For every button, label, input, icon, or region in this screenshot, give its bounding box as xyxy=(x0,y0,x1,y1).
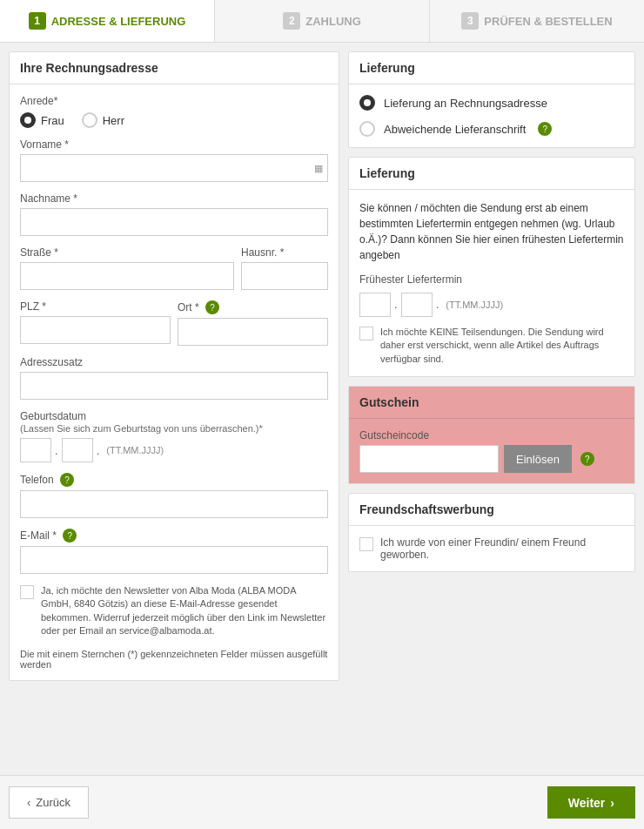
adresszusatz-group: Adresszusatz xyxy=(20,356,328,400)
vorname-input[interactable] xyxy=(20,154,328,182)
ort-input[interactable] xyxy=(178,318,328,346)
strasse-group: Straße * xyxy=(20,246,234,290)
newsletter-checkbox[interactable] xyxy=(20,585,34,599)
telefon-group: Telefon ? xyxy=(20,473,328,518)
billing-title: Ihre Rechnungsadresse xyxy=(10,52,339,84)
geburtsdatum-input-row: . . (TT.MM.JJJJ) xyxy=(20,438,328,462)
step-label-3: PRÜFEN & BESTELLEN xyxy=(484,15,612,28)
vorname-label: Vorname * xyxy=(20,138,328,151)
gutschein-help-icon[interactable]: ? xyxy=(580,452,594,466)
delivery-info-panel: Lieferung Sie können / möchten die Sendu… xyxy=(348,157,635,377)
strasse-row: Straße * Hausnr. * xyxy=(20,246,328,300)
ort-help-icon[interactable]: ? xyxy=(205,300,219,314)
back-chevron-icon: ‹ xyxy=(27,796,30,809)
delivery-radio-1[interactable] xyxy=(359,95,375,111)
freundschaft-checkbox[interactable] xyxy=(359,537,373,551)
nachname-group: Nachname * xyxy=(20,192,328,236)
billing-panel: Ihre Rechnungsadresse Anrede* Frau xyxy=(9,51,339,681)
ort-label: Ort * ? xyxy=(178,300,328,314)
radio-circle-herr[interactable] xyxy=(82,112,97,128)
delivery-info-title: Lieferung xyxy=(349,158,634,190)
gutschein-inner: Gutscheincode Einlösen ? xyxy=(359,429,594,473)
left-column: Ihre Rechnungsadresse Anrede* Frau xyxy=(9,51,339,766)
step-adresse[interactable]: 1 ADRESSE & LIEFERUNG xyxy=(0,0,215,42)
plz-label: PLZ * xyxy=(20,300,171,313)
date-sep-1: . xyxy=(55,444,58,457)
hausnr-group: Hausnr. * xyxy=(241,246,328,290)
email-group: E-Mail * ? xyxy=(20,529,328,574)
checkout-steps: 1 ADRESSE & LIEFERUNG 2 ZAHLUNG 3 PRÜFEN… xyxy=(0,0,644,43)
gutschein-body: Gutscheincode Einlösen ? xyxy=(349,419,634,483)
email-help-icon[interactable]: ? xyxy=(63,529,77,543)
adresszusatz-input[interactable] xyxy=(20,372,328,400)
termin-sep-2: . xyxy=(436,296,439,313)
back-label: Zurück xyxy=(36,796,70,809)
delivery-info-body: Sie können / möchten die Sendung erst ab… xyxy=(349,190,634,376)
no-partial-label: Ich möchte KEINE Teilsendungen. Die Send… xyxy=(380,326,624,366)
next-chevron-icon: › xyxy=(610,796,614,810)
freundschaft-panel: Freundschaftswerbung Ich wurde von einer… xyxy=(348,493,635,572)
main-content: Ihre Rechnungsadresse Anrede* Frau xyxy=(0,43,644,775)
email-label: E-Mail * ? xyxy=(20,529,328,543)
strasse-input[interactable] xyxy=(20,262,234,290)
nachname-input[interactable] xyxy=(20,208,328,236)
no-partial-checkbox[interactable] xyxy=(359,327,373,340)
delivery-info-description: Sie können / möchten die Sendung erst ab… xyxy=(359,200,624,263)
step-pruefen[interactable]: 3 PRÜFEN & BESTELLEN xyxy=(430,0,644,42)
radio-frau[interactable]: Frau xyxy=(20,112,64,128)
geburtsdatum-hint: (TT.MM.JJJJ) xyxy=(106,445,164,455)
radio-label-herr: Herr xyxy=(103,114,124,127)
newsletter-label: Ja, ich möchte den Newsletter von Alba M… xyxy=(41,584,328,638)
gutschein-code-input[interactable] xyxy=(359,445,499,473)
back-button[interactable]: ‹ Zurück xyxy=(9,786,89,819)
ort-group: Ort * ? xyxy=(178,300,328,346)
date-sep-2: . xyxy=(97,444,100,457)
delivery-radio-2[interactable] xyxy=(359,121,375,137)
plz-group: PLZ * xyxy=(20,300,171,346)
right-column: Lieferung Lieferung an Rechnungsadresse … xyxy=(348,51,635,766)
radio-herr[interactable]: Herr xyxy=(82,112,124,128)
gutschein-title: Gutschein xyxy=(349,387,634,419)
plz-input[interactable] xyxy=(20,316,171,344)
delivery-options-panel: Lieferung Lieferung an Rechnungsadresse … xyxy=(348,51,635,148)
step-zahlung[interactable]: 2 ZAHLUNG xyxy=(215,0,430,42)
freundschaft-body: Ich wurde von einer Freundin/ einem Freu… xyxy=(349,526,634,571)
geburts-month-input[interactable] xyxy=(62,438,93,462)
freundschaft-title: Freundschaftswerbung xyxy=(349,494,634,526)
hausnr-input[interactable] xyxy=(241,262,328,290)
telefon-help-icon[interactable]: ? xyxy=(60,473,74,487)
next-label: Weiter xyxy=(568,796,606,810)
termin-day-input[interactable] xyxy=(359,293,391,317)
step-label-1: ADRESSE & LIEFERUNG xyxy=(51,15,186,28)
nachname-label: Nachname * xyxy=(20,192,328,205)
delivery-help-icon[interactable]: ? xyxy=(538,122,552,136)
delivery-options-body: Lieferung an Rechnungsadresse Abweichend… xyxy=(349,84,634,147)
geburts-day-input[interactable] xyxy=(20,438,51,462)
step-num-3: 3 xyxy=(461,12,479,30)
delivery-option-1-label: Lieferung an Rechnungsadresse xyxy=(384,97,547,110)
radio-label-frau: Frau xyxy=(41,114,64,127)
freundschaft-label: Ich wurde von einer Freundin/ einem Freu… xyxy=(380,536,624,561)
delivery-option-rechnungsadresse[interactable]: Lieferung an Rechnungsadresse xyxy=(359,95,624,111)
gutschein-panel: Gutschein Gutscheincode Einlösen ? xyxy=(348,386,635,484)
geburtsdatum-group: Geburtsdatum (Lassen Sie sich zum Geburt… xyxy=(20,410,328,462)
geburtsdatum-label: Geburtsdatum (Lassen Sie sich zum Geburt… xyxy=(20,410,328,435)
strasse-label: Straße * xyxy=(20,246,234,259)
plz-ort-row: PLZ * Ort * ? xyxy=(20,300,328,356)
delivery-option-2-label: Abweichende Lieferanschrift xyxy=(384,123,526,136)
delivery-option-abweichend[interactable]: Abweichende Lieferanschrift ? xyxy=(359,121,624,137)
required-note: Die mit einem Sternchen (*) gekennzeichn… xyxy=(20,649,328,670)
gutschein-input-row: Einlösen ? xyxy=(359,445,594,473)
email-input[interactable] xyxy=(20,546,328,574)
adresszusatz-label: Adresszusatz xyxy=(20,356,328,368)
termin-input-row: . . (TT.MM.JJJJ) xyxy=(359,293,624,317)
step-label-2: ZAHLUNG xyxy=(305,15,361,28)
termin-date-hint: (TT.MM.JJJJ) xyxy=(446,298,503,313)
telefon-input[interactable] xyxy=(20,490,328,518)
next-button[interactable]: Weiter › xyxy=(547,786,635,819)
termin-month-input[interactable] xyxy=(401,293,433,317)
gutschein-einloesen-button[interactable]: Einlösen xyxy=(504,445,572,473)
termin-label: Frühester Liefertermin xyxy=(359,272,624,287)
anrede-radio-group: Frau Herr xyxy=(20,112,328,128)
radio-circle-frau[interactable] xyxy=(20,112,36,128)
